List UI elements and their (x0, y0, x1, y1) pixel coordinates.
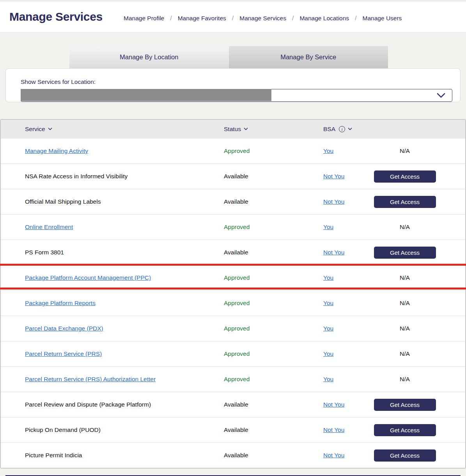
service-link-package-platform-account-management-ppc[interactable]: Package Platform Account Management (PPC… (25, 274, 151, 281)
status-text: Approved (224, 350, 323, 357)
table-row: Picture Permit IndiciaAvailableNot YouGe… (1, 442, 465, 468)
bsa-link[interactable]: Not You (323, 198, 344, 205)
service-cell: Official Mail Shipping Labels (1, 198, 224, 205)
table-row: Official Mail Shipping LabelsAvailableNo… (1, 189, 465, 214)
service-link-online-enrollment[interactable]: Online Enrollment (25, 224, 73, 230)
status-text: Available (224, 401, 323, 408)
service-cell: Parcel Review and Dispute (Package Platf… (1, 401, 224, 408)
bsa-link[interactable]: You (323, 300, 333, 306)
action-cell: Get Access (366, 171, 443, 183)
na-text: N/A (400, 224, 410, 231)
action-cell: N/A (366, 224, 443, 231)
status-text: Available (224, 198, 323, 205)
table-body: Manage Mailing ActivityApprovedYouN/ANSA… (1, 138, 465, 468)
bsa-link[interactable]: You (323, 325, 333, 332)
service-cell: Parcel Data Exchange (PDX) (1, 325, 224, 332)
nav-link-manage-locations[interactable]: Manage Locations (299, 15, 349, 22)
table-row: Parcel Review and Dispute (Package Platf… (1, 392, 465, 417)
chevron-down-icon (436, 92, 446, 100)
bsa-link[interactable]: Not You (323, 452, 344, 458)
table-row: Online EnrollmentApprovedYouN/A (1, 214, 465, 240)
na-text: N/A (400, 376, 410, 383)
get-access-button[interactable]: Get Access (374, 449, 436, 462)
table-header-row: ServiceStatusBSAi (1, 120, 465, 138)
column-header-bsa[interactable]: BSAi (323, 126, 366, 133)
info-icon[interactable]: i (339, 126, 345, 132)
service-cell: Online Enrollment (1, 224, 224, 231)
get-access-button[interactable]: Get Access (374, 399, 436, 411)
action-cell: Get Access (366, 399, 443, 411)
get-access-button[interactable]: Get Access (374, 171, 436, 183)
tab-manage-by-service[interactable]: Manage By Service (229, 46, 388, 68)
status-text: Available (224, 452, 323, 459)
get-access-button[interactable]: Get Access (374, 424, 436, 436)
column-header-status[interactable]: Status (224, 126, 323, 133)
na-text: N/A (400, 325, 410, 332)
bsa-link[interactable]: Not You (323, 173, 344, 179)
service-name-ps-form-3801: PS Form 3801 (25, 249, 64, 256)
bsa-cell: You (323, 300, 366, 307)
get-access-button[interactable]: Get Access (374, 196, 436, 208)
action-cell: N/A (366, 325, 443, 332)
service-cell: Pickup On Demand (PUOD) (1, 426, 224, 433)
tab-manage-by-location[interactable]: Manage By Location (69, 46, 229, 68)
bsa-link[interactable]: Not You (323, 401, 344, 408)
bsa-cell: Not You (323, 198, 366, 205)
na-text: N/A (400, 274, 410, 281)
service-link-parcel-data-exchange-pdx[interactable]: Parcel Data Exchange (PDX) (25, 325, 103, 332)
column-header-service[interactable]: Service (1, 126, 224, 133)
na-text: N/A (400, 147, 410, 155)
service-link-manage-mailing-activity[interactable]: Manage Mailing Activity (25, 147, 88, 154)
service-name-nsa-rate-access-in-informed-visibility: NSA Rate Access in Informed Visibility (25, 173, 128, 179)
nav-link-manage-favorites[interactable]: Manage Favorites (178, 15, 226, 22)
service-cell: Package Platform Account Management (PPC… (1, 274, 224, 281)
service-cell: Parcel Return Service (PRS) Authorizatio… (1, 376, 224, 383)
service-link-package-platform-reports[interactable]: Package Platform Reports (25, 300, 96, 306)
nav-link-manage-profile[interactable]: Manage Profile (124, 15, 164, 22)
service-name-picture-permit-indicia: Picture Permit Indicia (25, 452, 82, 458)
bsa-cell: You (323, 147, 366, 155)
bsa-link[interactable]: You (323, 274, 333, 281)
action-cell: Get Access (366, 247, 443, 259)
service-cell: Picture Permit Indicia (1, 452, 224, 459)
bsa-link[interactable]: Not You (323, 426, 344, 433)
location-filter-label: Show Services for Location: (21, 78, 452, 85)
get-access-button[interactable]: Get Access (374, 247, 436, 259)
service-name-official-mail-shipping-labels: Official Mail Shipping Labels (25, 198, 101, 205)
status-text: Available (224, 173, 323, 180)
service-name-pickup-on-demand-puod: Pickup On Demand (PUOD) (25, 426, 101, 433)
status-text: Available (224, 426, 323, 433)
bsa-cell: Not You (323, 426, 366, 433)
nav-link-manage-users[interactable]: Manage Users (363, 15, 402, 22)
bsa-link[interactable]: You (323, 376, 333, 382)
table-row: Package Platform Account Management (PPC… (1, 265, 465, 290)
bsa-link[interactable]: You (323, 350, 333, 357)
na-text: N/A (400, 300, 410, 307)
nav-link-manage-services[interactable]: Manage Services (239, 15, 286, 22)
breadcrumb: Manage Profile/Manage Favorites/Manage S… (124, 12, 402, 22)
action-cell: N/A (366, 147, 443, 155)
action-cell: Get Access (366, 424, 443, 436)
action-cell: N/A (366, 274, 443, 281)
table-row: PS Form 3801AvailableNot YouGet Access (1, 240, 465, 265)
table-row: NSA Rate Access in Informed VisibilityAv… (1, 163, 465, 189)
breadcrumb-separator: / (170, 15, 172, 22)
bsa-link[interactable]: You (323, 147, 333, 154)
service-name-parcel-review-and-dispute-package-platform: Parcel Review and Dispute (Package Platf… (25, 401, 151, 408)
status-text: Approved (224, 325, 323, 332)
table-row: Parcel Return Service (PRS)ApprovedYouN/… (1, 341, 465, 366)
action-cell: N/A (366, 350, 443, 357)
page-title: Manage Services (9, 10, 103, 23)
bsa-link[interactable]: Not You (323, 249, 344, 256)
service-link-parcel-return-service-prs[interactable]: Parcel Return Service (PRS) (25, 350, 102, 357)
table-row: Parcel Data Exchange (PDX)ApprovedYouN/A (1, 316, 465, 341)
service-cell: Manage Mailing Activity (1, 147, 224, 155)
bsa-link[interactable]: You (323, 224, 333, 230)
bsa-cell: Not You (323, 173, 366, 180)
breadcrumb-separator: / (232, 15, 234, 22)
service-link-parcel-return-service-prs-authorization-letter[interactable]: Parcel Return Service (PRS) Authorizatio… (25, 376, 156, 382)
table-row: Pickup On Demand (PUOD)AvailableNot YouG… (1, 417, 465, 442)
sort-chevron-icon (348, 128, 352, 130)
location-select[interactable] (21, 89, 452, 102)
breadcrumb-separator: / (292, 15, 294, 22)
